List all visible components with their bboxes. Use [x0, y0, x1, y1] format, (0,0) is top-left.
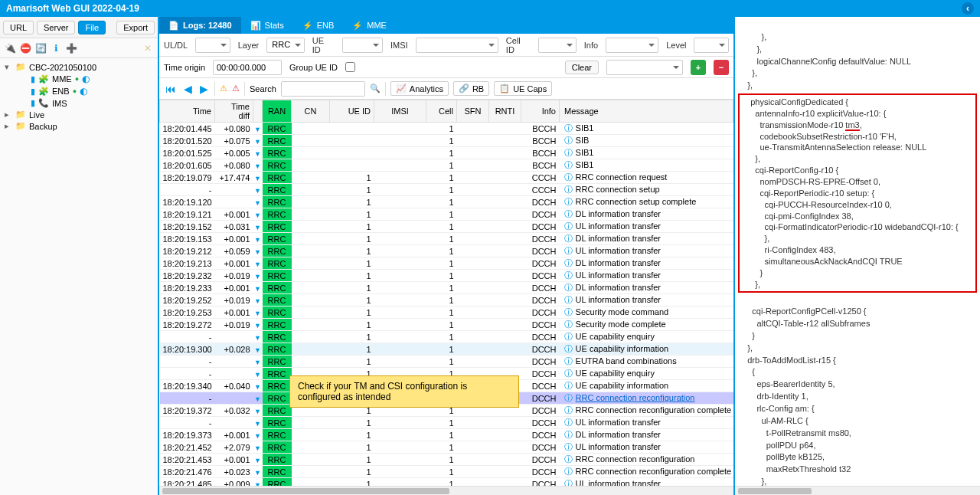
code-post: cqi-ReportConfigPCell-v1250 { altCQI-Tab… [738, 307, 870, 486]
time-origin-label: Time origin [164, 63, 205, 72]
table-row[interactable]: 18:20:19.373+0.001▼RRC11DCCHⓘ DL informa… [160, 429, 733, 441]
search-icon[interactable]: 🔍 [370, 84, 381, 93]
tree-item-backup[interactable]: ▸📁 Backup [2, 120, 156, 132]
info-icon[interactable]: ℹ [51, 43, 61, 54]
col-header[interactable]: Message [560, 100, 733, 123]
col-header[interactable]: RNTI [489, 100, 521, 123]
table-row[interactable]: 18:20:19.079+17.474▼RRC11CCCHⓘ RRC conne… [160, 172, 733, 184]
search-input[interactable] [281, 81, 365, 97]
table-row[interactable]: 18:20:21.476+0.023▼RRC11DCCHⓘ RRC connec… [160, 466, 733, 478]
table-row[interactable]: 18:20:19.272+0.019▼RRC11DCCHⓘ Security m… [160, 319, 733, 331]
close-icon[interactable]: ✕ [142, 43, 153, 54]
uldl-select[interactable] [195, 38, 230, 53]
col-header[interactable]: Time diff [215, 100, 253, 123]
log-table-wrap[interactable]: TimeTime diffRANCNUE IDIMSICellSFNRNTIIn… [159, 100, 733, 486]
table-row[interactable]: -▼RRC11DCCHⓘ UL information transfer [160, 417, 733, 429]
uecaps-button[interactable]: 📋 UE Caps [494, 81, 552, 96]
col-header[interactable] [253, 100, 263, 123]
sidebar: URL Server File Export 🔌 ⛔ 🔄 ℹ ➕ ✕ ▾📁 CB… [0, 17, 159, 495]
center-hscroll[interactable] [159, 486, 733, 495]
col-header[interactable]: Info [521, 100, 560, 123]
code-area[interactable]: }, }, logicalChannelConfig defaultValue:… [735, 17, 980, 486]
table-row[interactable]: 18:20:19.232+0.019▼RRC11DCCHⓘ UL informa… [160, 270, 733, 282]
time-origin-input[interactable] [213, 60, 282, 75]
remove-button[interactable]: − [714, 60, 729, 75]
url-button[interactable]: URL [3, 21, 34, 34]
table-row[interactable]: 18:20:21.485+0.009▼RRC11DCCHⓘ UL informa… [160, 478, 733, 487]
col-header[interactable]: CN [292, 100, 330, 123]
table-row[interactable]: 18:20:19.121+0.001▼RRC11DCCHⓘ DL informa… [160, 208, 733, 221]
table-row[interactable]: 18:20:19.253+0.001▼RRC11DCCHⓘ Security m… [160, 307, 733, 319]
table-row[interactable]: -▼RRC11DCCHⓘ EUTRA band combinations [160, 356, 733, 368]
collapse-left-icon[interactable]: ‹ [962, 2, 974, 15]
tree-item-enb[interactable]: ▮🧩 ENB ●◐ [17, 85, 156, 97]
connect-icon[interactable]: 🔌 [5, 43, 15, 54]
info-select[interactable] [606, 38, 658, 53]
cellid-label: Cell ID [506, 36, 531, 54]
analytics-button[interactable]: 📈 Analytics [390, 81, 449, 96]
error-icon[interactable]: ⚠ [232, 84, 240, 93]
tree-item-mme[interactable]: ▮🧩 MME ●◐ [17, 73, 156, 85]
group-label: Group UE ID [289, 63, 338, 72]
center-panel: 📄 Logs: 12480 📊 Stats ⚡ ENB ⚡ MME UL/DL … [159, 17, 735, 495]
table-row[interactable]: 18:20:01.525+0.005▼RRC1BCCHⓘ SIB1 [160, 147, 733, 159]
ueid-label: UE ID [312, 36, 335, 54]
stop-icon[interactable]: ⛔ [20, 43, 31, 54]
tab-stats[interactable]: 📊 Stats [241, 17, 293, 34]
tree-root[interactable]: ▾📁 CBC-2021050100 [2, 61, 156, 73]
nav-next-icon[interactable]: ▶ [198, 83, 210, 95]
nav-prev-icon[interactable]: ◀ [182, 83, 194, 95]
layer-select[interactable]: RRC [266, 38, 304, 53]
tree-item-ims[interactable]: ▮📞 IMS [17, 97, 156, 109]
table-row[interactable]: 18:20:19.252+0.019▼RRC11DCCHⓘ UL informa… [160, 294, 733, 307]
col-header[interactable]: Cell [426, 100, 457, 123]
group-checkbox[interactable] [345, 62, 355, 72]
table-row[interactable]: 18:20:21.452+2.079▼RRC11DCCHⓘ UL informa… [160, 441, 733, 454]
right-panel: }, }, logicalChannelConfig defaultValue:… [735, 17, 980, 495]
cellid-select[interactable] [538, 38, 576, 53]
table-row[interactable]: 18:20:19.152+0.031▼RRC11DCCHⓘ UL informa… [160, 221, 733, 233]
col-header[interactable]: RAN [263, 100, 292, 123]
table-row[interactable]: 18:20:19.153+0.001▼RRC11DCCHⓘ DL informa… [160, 233, 733, 245]
table-row[interactable]: 18:20:19.213+0.001▼RRC11DCCHⓘ DL informa… [160, 257, 733, 270]
imsi-select[interactable] [416, 38, 498, 53]
level-label: Level [666, 41, 686, 50]
table-row[interactable]: 18:20:01.605+0.080▼RRC1BCCHⓘ SIB1 [160, 159, 733, 172]
table-row[interactable]: 18:20:19.212+0.059▼RRC11DCCHⓘ UL informa… [160, 245, 733, 257]
nav-first-icon[interactable]: ⏮ [164, 83, 178, 95]
table-row[interactable]: 18:20:19.120▼RRC11DCCHⓘ RRC connection s… [160, 196, 733, 208]
tab-logs[interactable]: 📄 Logs: 12480 [159, 17, 241, 34]
table-row[interactable]: 18:20:01.445+0.080▼RRC1BCCHⓘ SIB1 [160, 123, 733, 135]
table-row[interactable]: 18:20:01.520+0.075▼RRC1BCCHⓘ SIB [160, 135, 733, 147]
clear-button[interactable]: Clear [565, 61, 599, 74]
export-button[interactable]: Export [116, 21, 155, 34]
file-tree: ▾📁 CBC-2021050100 ▮🧩 MME ●◐ ▮🧩 ENB ●◐ [0, 58, 158, 135]
tab-mme[interactable]: ⚡ MME [343, 17, 396, 34]
file-button[interactable]: File [78, 21, 106, 34]
col-header[interactable]: UE ID [330, 100, 374, 123]
tree-item-live[interactable]: ▸📁 Live [2, 109, 156, 120]
col-header[interactable]: SFN [457, 100, 489, 123]
table-row[interactable]: -▼RRC11DCCHⓘ UE capability enquiry [160, 331, 733, 343]
table-row[interactable]: -▼RRC11CCCHⓘ RRC connection setup [160, 184, 733, 196]
col-header[interactable]: IMSI [374, 100, 426, 123]
ueid-select[interactable] [342, 38, 383, 53]
table-row[interactable]: 18:20:19.233+0.001▼RRC11DCCHⓘ DL informa… [160, 282, 733, 294]
server-button[interactable]: Server [37, 21, 75, 34]
add-button[interactable]: + [691, 60, 706, 75]
col-header[interactable]: Time [160, 100, 215, 123]
log-table: TimeTime diffRANCNUE IDIMSICellSFNRNTIIn… [159, 100, 733, 486]
clear-select[interactable] [606, 60, 683, 75]
right-hscroll[interactable] [735, 486, 980, 495]
plus-icon[interactable]: ➕ [66, 43, 77, 54]
tab-enb[interactable]: ⚡ ENB [293, 17, 344, 34]
search-label: Search [250, 84, 276, 93]
table-row[interactable]: 18:20:19.300+0.028▼RRC11DCCHⓘ UE capabil… [160, 343, 733, 356]
warn-icon[interactable]: ⚠ [220, 84, 227, 93]
info-label: Info [584, 41, 598, 50]
refresh-icon[interactable]: 🔄 [35, 43, 46, 54]
rb-button[interactable]: 🔗 RB [453, 81, 489, 96]
level-select[interactable] [694, 38, 729, 53]
callout-note: Check if your TM and CSI configuration i… [289, 375, 519, 408]
table-row[interactable]: 18:20:21.453+0.001▼RRC11DCCHⓘ RRC connec… [160, 454, 733, 466]
